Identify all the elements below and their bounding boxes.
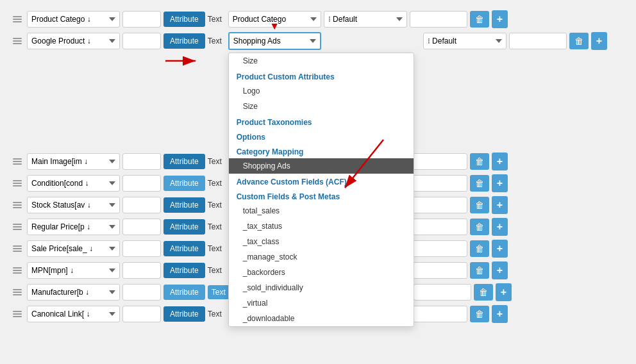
add-btn-7[interactable]: + — [492, 240, 508, 258]
delete-btn-5[interactable]: 🗑 — [470, 197, 489, 213]
attribute-btn-2[interactable]: Attribute — [163, 33, 205, 49]
drag-handle-2[interactable] — [10, 35, 24, 47]
type-label-2: Text — [208, 37, 226, 46]
type-label-1: Text — [208, 15, 226, 24]
attribute-btn-5[interactable]: Attribute — [163, 197, 205, 213]
add-btn-6[interactable]: + — [492, 218, 508, 236]
attribute-btn-4[interactable]: Attribute — [163, 176, 205, 191]
field-select-2[interactable]: Google Product ↓ — [27, 33, 120, 49]
dropdown-header-category-mapping: Category Mapping — [229, 144, 414, 158]
dropdown-item-size-custom[interactable]: Size — [229, 99, 414, 114]
dropdown-item-total-sales[interactable]: total_sales — [229, 203, 414, 219]
value-input-4[interactable] — [410, 175, 467, 192]
dropdown-header-product-custom: Product Custom Attributes — [229, 69, 414, 83]
attribute-btn-6[interactable]: Attribute — [163, 219, 205, 235]
text-input-1[interactable] — [122, 11, 161, 28]
value-input-7[interactable] — [410, 240, 467, 257]
field-select-5[interactable]: Stock Status[av ↓ — [27, 197, 120, 213]
value-input-2[interactable] — [509, 33, 567, 49]
add-btn-3[interactable]: + — [492, 153, 508, 170]
field-select-1[interactable]: Product Catego ↓ — [27, 11, 120, 28]
add-btn-4[interactable]: + — [492, 174, 508, 192]
value-input-6[interactable] — [410, 219, 467, 235]
text-input-6[interactable] — [122, 219, 161, 235]
default-select-1[interactable]: ⁝ Default — [324, 11, 407, 28]
dropdown-item-virtual[interactable]: _virtual — [229, 295, 414, 311]
text-input-10[interactable] — [122, 306, 161, 322]
attribute-btn-3[interactable]: Attribute — [163, 154, 205, 169]
dropdown-item-downloadable[interactable]: _downloadable — [229, 311, 414, 326]
delete-btn-4[interactable]: 🗑 — [470, 175, 489, 192]
delete-btn-8[interactable]: 🗑 — [470, 262, 489, 279]
value-input-10[interactable] — [410, 306, 467, 322]
dropdown-item-sold-individually[interactable]: _sold_individually — [229, 280, 414, 295]
type-label-8: Text — [208, 266, 226, 275]
drag-handle-1[interactable] — [10, 13, 24, 25]
add-btn-9[interactable]: + — [496, 283, 512, 301]
text-input-9[interactable] — [122, 284, 161, 301]
dropdown-menu-2: Size Product Custom Attributes Logo Size… — [228, 53, 414, 327]
drag-handle-10[interactable] — [10, 308, 24, 320]
drag-handle-9[interactable] — [10, 286, 24, 298]
attribute-btn-8[interactable]: Attribute — [163, 263, 205, 278]
attribute-btn-10[interactable]: Attribute — [163, 306, 205, 322]
dropdown-item-tax-status[interactable]: _tax_status — [229, 219, 414, 234]
delete-btn-6[interactable]: 🗑 — [470, 219, 489, 235]
delete-btn-9[interactable]: 🗑 — [474, 284, 493, 301]
text-input-2[interactable] — [122, 33, 161, 49]
value-input-9[interactable] — [414, 284, 471, 301]
dropdown-header-acf: Advance Custom Fields (ACF) — [229, 174, 414, 188]
drag-handle-3[interactable] — [10, 156, 24, 167]
value-input-8[interactable] — [410, 262, 467, 279]
dropdown-item-size-top[interactable]: Size — [229, 53, 414, 69]
dropdown-item-logo[interactable]: Logo — [229, 83, 414, 99]
delete-btn-7[interactable]: 🗑 — [470, 240, 489, 257]
value-input-3[interactable] — [410, 153, 467, 170]
field-select-6[interactable]: Regular Price[p ↓ — [27, 219, 120, 235]
text-input-7[interactable] — [122, 240, 161, 257]
dropdown-item-tax-class[interactable]: _tax_class — [229, 234, 414, 249]
drag-handle-4[interactable] — [10, 178, 24, 189]
row-2: Google Product ↓ Attribute Text ▼ Shoppi… — [10, 32, 626, 50]
drag-handle-7[interactable] — [10, 243, 24, 254]
add-btn-1[interactable]: + — [492, 10, 508, 28]
text-input-3[interactable] — [122, 153, 161, 170]
value-input-5[interactable] — [410, 197, 467, 213]
type-label-6: Text — [208, 222, 226, 231]
add-btn-2[interactable]: + — [591, 32, 607, 50]
default-select-2[interactable]: ⁝ Default — [423, 33, 506, 49]
dropdown-item-backorders[interactable]: _backorders — [229, 265, 414, 280]
value-input-1[interactable] — [410, 11, 467, 28]
field-select-4[interactable]: Condition[cond ↓ — [27, 175, 120, 192]
type-label-5: Text — [208, 201, 226, 210]
drag-handle-5[interactable] — [10, 199, 24, 211]
delete-btn-1[interactable]: 🗑 — [470, 11, 489, 28]
dropdown-item-shopping-ads[interactable]: Shopping Ads — [229, 158, 414, 174]
row-1: Product Catego ↓ Attribute Text Product … — [10, 10, 626, 28]
dropdown-header-custom-fields: Custom Fields & Post Metas — [229, 188, 414, 203]
add-btn-5[interactable]: + — [492, 196, 508, 214]
dropdown-header-taxonomies: Product Taxonomies — [229, 114, 414, 129]
source-select-2[interactable]: Shopping Ads — [228, 32, 321, 50]
delete-btn-3[interactable]: 🗑 — [470, 153, 489, 170]
text-input-4[interactable] — [122, 175, 161, 192]
attribute-btn-9[interactable]: Attribute — [163, 285, 205, 300]
text-input-5[interactable] — [122, 197, 161, 213]
dropdown-item-manage-stock[interactable]: _manage_stock — [229, 249, 414, 265]
field-select-3[interactable]: Main Image[im ↓ — [27, 153, 120, 170]
text-input-8[interactable] — [122, 262, 161, 279]
attribute-btn-1[interactable]: Attribute — [163, 12, 205, 27]
add-btn-10[interactable]: + — [492, 305, 508, 323]
field-select-8[interactable]: MPN[mpn] ↓ — [27, 262, 120, 279]
type-label-4: Text — [208, 179, 226, 188]
delete-btn-2[interactable]: 🗑 — [569, 33, 589, 49]
field-select-10[interactable]: Canonical Link[ ↓ — [27, 306, 120, 322]
attribute-btn-7[interactable]: Attribute — [163, 241, 205, 256]
field-select-7[interactable]: Sale Price[sale_ ↓ — [27, 240, 120, 257]
add-btn-8[interactable]: + — [492, 261, 508, 279]
drag-handle-8[interactable] — [10, 265, 24, 276]
drag-handle-6[interactable] — [10, 221, 24, 233]
field-select-9[interactable]: Manufacturer[b ↓ — [27, 284, 120, 301]
delete-btn-10[interactable]: 🗑 — [470, 306, 489, 322]
type-label-3: Text — [208, 157, 226, 166]
